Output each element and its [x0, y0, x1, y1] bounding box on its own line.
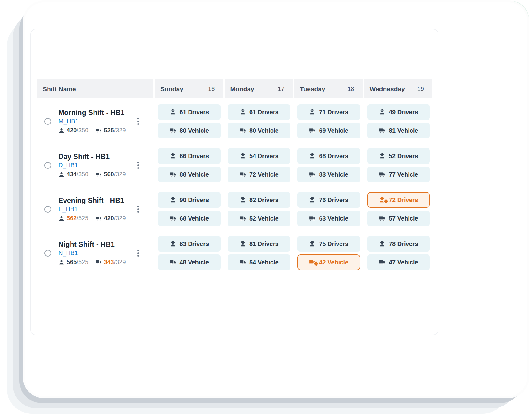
day-name-label: Sunday	[160, 85, 183, 93]
shift-radio-button[interactable]	[44, 162, 51, 169]
vehicle-pill[interactable]: 77 Vehicle	[367, 167, 430, 182]
drivers-pill[interactable]: 81 Drivers	[228, 236, 291, 252]
row-menu-button[interactable]	[136, 160, 140, 170]
vehicle-pill[interactable]: 63 Vehicle	[297, 211, 360, 226]
vehicles-capacity: /329	[114, 171, 126, 178]
driver-icon	[309, 153, 316, 159]
driver-icon	[309, 109, 316, 115]
truck-icon	[309, 215, 316, 222]
shift-meta: Night Shift - HB1 N_HB1 565/525 343/329	[58, 241, 136, 266]
day-date-label: 17	[278, 85, 284, 92]
shift-code-link[interactable]: M_HB1	[58, 118, 79, 125]
drivers-count-label: 68 Drivers	[319, 153, 348, 160]
vehicle-pill[interactable]: 48 Vehicle	[158, 254, 221, 270]
drivers-pill[interactable]: 54 Drivers	[228, 148, 291, 164]
vehicles-capacity-group: 560/329	[96, 171, 126, 178]
vehicle-pill[interactable]: 88 Vehicle	[158, 167, 221, 182]
day-cell-sunday: 83 Drivers 48 Vehicle	[155, 236, 223, 270]
day-header-wednesday: Wednesday 19	[364, 79, 432, 98]
truck-icon	[239, 127, 246, 134]
drivers-pill[interactable]: 83 Drivers	[158, 236, 221, 252]
shift-capacity-summary: 420/350 525/329	[58, 127, 136, 134]
day-name-label: Wednesday	[370, 85, 405, 93]
day-header-tuesday: Tuesday 18	[294, 79, 363, 98]
shift-code-link[interactable]: N_HB1	[58, 250, 78, 257]
row-menu-button[interactable]	[136, 248, 140, 258]
drivers-count-label: 71 Drivers	[319, 109, 348, 116]
row-menu-button[interactable]	[136, 116, 140, 126]
drivers-capacity: /525	[77, 259, 88, 266]
driver-icon	[239, 109, 246, 115]
vehicle-pill[interactable]: 47 Vehicle	[367, 254, 430, 270]
vehicle-pill-warning[interactable]: 42 Vehicle	[297, 254, 360, 270]
drivers-pill[interactable]: 71 Drivers	[297, 104, 360, 120]
person-icon	[58, 128, 64, 134]
vehicle-pill[interactable]: 68 Vehicle	[158, 211, 221, 226]
shift-capacity-summary: 565/525 343/329	[58, 259, 136, 266]
drivers-pill[interactable]: 61 Drivers	[228, 104, 291, 120]
person-icon	[58, 215, 64, 221]
shift-meta: Evening Shift - HB1 E_HB1 562/525 420/32…	[58, 197, 136, 222]
vehicles-capacity-group: 343/329	[96, 259, 126, 266]
drivers-pill[interactable]: 76 Drivers	[297, 192, 360, 208]
day-cell-tuesday: 75 Drivers 42 Vehicle	[294, 236, 363, 270]
day-cell-monday: 82 Drivers 52 Vehicle	[225, 192, 293, 226]
row-menu-button[interactable]	[136, 204, 140, 214]
vehicle-pill[interactable]: 72 Vehicle	[228, 167, 291, 182]
shift-capacity-summary: 562/525 420/329	[58, 215, 136, 222]
drivers-count-label: 76 Drivers	[319, 197, 348, 204]
vehicle-pill[interactable]: 52 Vehicle	[228, 211, 291, 226]
day-date-label: 19	[417, 85, 424, 92]
drivers-pill[interactable]: 90 Drivers	[158, 192, 221, 208]
drivers-capacity: /525	[77, 215, 88, 222]
shift-radio-button[interactable]	[44, 250, 51, 257]
shift-radio-button[interactable]	[44, 118, 51, 125]
day-cell-monday: 54 Drivers 72 Vehicle	[225, 148, 293, 182]
day-cell-monday: 61 Drivers 80 Vehicle	[225, 104, 293, 138]
drivers-pill[interactable]: 49 Drivers	[367, 104, 430, 120]
driver-icon	[309, 197, 316, 203]
vehicle-count-label: 47 Vehicle	[389, 259, 418, 266]
driver-icon	[379, 241, 386, 247]
vehicles-capacity: /329	[114, 259, 126, 266]
vehicle-pill[interactable]: 54 Vehicle	[228, 254, 291, 270]
shift-code-link[interactable]: D_HB1	[58, 162, 78, 169]
vehicle-pill[interactable]: 80 Vehicle	[228, 123, 291, 138]
drivers-count-label: 72 Drivers	[389, 197, 418, 204]
vehicle-pill[interactable]: 57 Vehicle	[367, 211, 430, 226]
truck-icon	[96, 215, 102, 221]
drivers-count-label: 82 Drivers	[249, 197, 279, 204]
truck-icon	[239, 171, 246, 178]
vehicle-pill[interactable]: 69 Vehicle	[297, 123, 360, 138]
vehicle-pill[interactable]: 83 Vehicle	[297, 167, 360, 182]
shift-radio-button[interactable]	[44, 206, 51, 213]
drivers-pill[interactable]: 75 Drivers	[297, 236, 360, 252]
day-date-label: 18	[347, 85, 354, 92]
truck-icon	[96, 171, 102, 177]
driver-icon	[239, 241, 246, 247]
vehicle-pill[interactable]: 80 Vehicle	[158, 123, 221, 138]
drivers-pill[interactable]: 52 Drivers	[367, 148, 430, 164]
truck-icon	[239, 259, 246, 266]
drivers-pill[interactable]: 66 Drivers	[158, 148, 221, 164]
day-cell-tuesday: 71 Drivers 69 Vehicle	[294, 104, 363, 138]
day-cell-tuesday: 68 Drivers 83 Vehicle	[294, 148, 363, 182]
drivers-pill-warning[interactable]: 72 Drivers	[367, 192, 430, 208]
drivers-pill[interactable]: 61 Drivers	[158, 104, 221, 120]
shift-info-cell: Morning Shift - HB1 M_HB1 420/350 525/32…	[37, 104, 153, 138]
driver-icon	[239, 153, 246, 159]
vehicles-assigned: 420	[104, 215, 114, 222]
truck-icon	[309, 127, 316, 134]
truck-icon	[379, 127, 386, 134]
truck-icon	[379, 215, 386, 222]
drivers-pill[interactable]: 78 Drivers	[367, 236, 430, 252]
drivers-count-label: 66 Drivers	[179, 153, 209, 160]
shift-code-link[interactable]: E_HB1	[58, 206, 77, 213]
drivers-pill[interactable]: 68 Drivers	[297, 148, 360, 164]
vehicle-pill[interactable]: 81 Vehicle	[367, 123, 430, 138]
person-icon	[58, 171, 64, 177]
vehicle-count-label: 80 Vehicle	[249, 127, 279, 134]
drivers-pill[interactable]: 82 Drivers	[228, 192, 291, 208]
day-cell-wednesday: 72 Drivers 57 Vehicle	[364, 192, 432, 226]
vehicle-count-label: 80 Vehicle	[179, 127, 209, 134]
